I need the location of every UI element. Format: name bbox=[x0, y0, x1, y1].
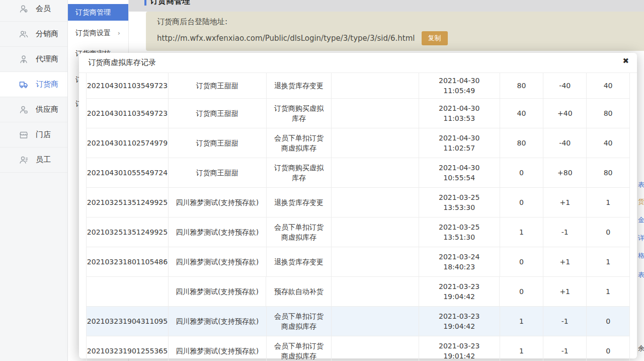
agent-icon bbox=[18, 54, 29, 65]
table-row: 202104301103549723订货商王甜甜退换货库存变更2021-04-3… bbox=[87, 73, 630, 99]
table-cell: 2021-04-30 10:55:54 bbox=[419, 158, 500, 187]
table-cell: 会员下单扣订货商虚拟库存 bbox=[267, 128, 332, 158]
distributor-icon bbox=[18, 29, 29, 40]
orderer-icon bbox=[18, 79, 29, 90]
modal-table: 202104301103549723订货商王甜甜退换货库存变更2021-04-3… bbox=[86, 73, 630, 361]
sidebar-item-label: 分销商 bbox=[36, 29, 58, 39]
table-cell: 1 bbox=[500, 218, 544, 247]
sidebar-item-label: 员工 bbox=[36, 155, 51, 165]
background-link-fragment[interactable]: 余 bbox=[638, 344, 644, 353]
page-title: 订货商管理 bbox=[144, 0, 190, 7]
table-cell: 80 bbox=[500, 73, 544, 98]
table-cell bbox=[332, 99, 419, 128]
table-cell: 2021-03-24 18:40:23 bbox=[419, 247, 500, 276]
table-cell: 0 bbox=[500, 247, 544, 276]
sidebar-item-orderer[interactable]: 订货商 bbox=[0, 72, 67, 97]
table-cell: 40 bbox=[500, 99, 544, 128]
table-cell: 会员下单扣订货商虚拟库存 bbox=[267, 307, 332, 336]
table-cell: 订货商王甜甜 bbox=[169, 128, 267, 158]
table-cell: -1 bbox=[543, 218, 587, 247]
sidebar-item-distributor[interactable]: 分销商 bbox=[0, 22, 67, 47]
close-icon[interactable]: ✖ bbox=[622, 57, 629, 65]
table-row: 202104301102574979订货商王甜甜会员下单扣订货商虚拟库存2021… bbox=[87, 128, 630, 158]
table-cell: 2021-04-30 11:03:53 bbox=[419, 99, 500, 128]
chevron-right-icon: › bbox=[118, 29, 120, 37]
table-cell: 202104301055549724 bbox=[87, 158, 169, 187]
table-cell: 202103231904311095 bbox=[87, 307, 169, 336]
table-row: 202104301103549723订货商王甜甜订货商购买虚拟库存2021-04… bbox=[87, 99, 630, 128]
background-link-fragment[interactable]: 格 bbox=[638, 251, 644, 260]
table-cell: 退换货库存变更 bbox=[267, 247, 332, 276]
submenu-item-label: 订货商管理 bbox=[75, 8, 111, 17]
table-cell: 四川雅梦测试(支持预存款) bbox=[169, 307, 267, 336]
table-cell: 40 bbox=[587, 128, 630, 158]
login-address-label: 订货商后台登陆地址: bbox=[157, 17, 644, 27]
staff-icon bbox=[18, 155, 29, 166]
login-address-box: 订货商后台登陆地址: http://m.wfx.wxfenxiao.com/Pu… bbox=[146, 12, 644, 51]
sidebar-item-staff[interactable]: 员工 bbox=[0, 148, 67, 173]
background-link-fragment[interactable]: 货商 bbox=[638, 197, 644, 206]
sidebar-item-label: 门店 bbox=[36, 130, 51, 139]
background-link-fragment[interactable]: 表 bbox=[638, 180, 644, 189]
table-cell: 1 bbox=[500, 336, 544, 361]
background-link-fragment[interactable]: 表 bbox=[638, 270, 644, 279]
table-cell: 2021-04-30 11:02:57 bbox=[419, 128, 500, 158]
copy-button[interactable]: 复制 bbox=[422, 31, 448, 45]
table-cell: 80 bbox=[587, 99, 630, 128]
table-row: 202103231901255365四川雅梦测试(支持预存款)会员下单扣订货商虚… bbox=[87, 336, 630, 361]
submenu-item-settings[interactable]: 订货商设置 › bbox=[68, 25, 128, 41]
table-cell: -40 bbox=[543, 128, 587, 158]
table-cell: -1 bbox=[543, 336, 587, 361]
sidebar-item-label: 供应商 bbox=[36, 105, 58, 114]
table-row: 202103231801105486四川雅梦测试(支持预存款)退换货库存变更20… bbox=[87, 247, 630, 277]
table-cell: +80 bbox=[543, 158, 587, 187]
table-cell bbox=[332, 277, 419, 306]
submenu-item-label: 订货商设置 bbox=[75, 29, 111, 38]
table-cell bbox=[332, 158, 419, 187]
sidebar-item-agent[interactable]: 代理商 bbox=[0, 47, 67, 72]
table-cell: 0 bbox=[500, 188, 544, 217]
sidebar-item-supplier[interactable]: 供应商 bbox=[0, 97, 67, 122]
member-icon bbox=[18, 4, 29, 15]
table-cell: 1 bbox=[500, 307, 544, 336]
table-cell: +40 bbox=[543, 99, 587, 128]
table-cell: 四川雅梦测试(支持预存款) bbox=[169, 336, 267, 361]
sidebar-item-member[interactable]: 会员 bbox=[0, 0, 67, 22]
table-cell: 40 bbox=[587, 73, 630, 98]
table-cell: 订货商王甜甜 bbox=[169, 158, 267, 187]
table-cell: 2021-03-25 13:51:30 bbox=[419, 218, 500, 247]
table-row: 202103251351249925四川雅梦测试(支持预存款)会员下单扣订货商虚… bbox=[87, 218, 630, 247]
table-cell: 2021-03-23 19:04:42 bbox=[419, 307, 500, 336]
table-cell: 202103231801105486 bbox=[87, 247, 169, 276]
sidebar-item-store[interactable]: 门店 bbox=[0, 122, 67, 148]
table-cell bbox=[332, 188, 419, 217]
table-cell: -1 bbox=[543, 307, 587, 336]
modal-title: 订货商虚拟库存记录 bbox=[88, 58, 156, 67]
table-cell: 1 bbox=[587, 247, 630, 276]
page-title-bar: 订货商管理 bbox=[129, 0, 644, 12]
table-cell: 0 bbox=[500, 158, 544, 187]
table-cell: 0 bbox=[587, 218, 630, 247]
background-link-fragment[interactable]: 详 bbox=[638, 234, 644, 243]
table-cell: 80 bbox=[500, 128, 544, 158]
table-cell: 订货商王甜甜 bbox=[169, 73, 267, 98]
table-row: 202104301055549724订货商王甜甜订货商购买虚拟库存2021-04… bbox=[87, 158, 630, 188]
table-cell bbox=[332, 307, 419, 336]
supplier-icon bbox=[18, 104, 29, 115]
table-cell bbox=[332, 336, 419, 361]
table-cell: +1 bbox=[543, 188, 587, 217]
table-cell: 四川雅梦测试(支持预存款) bbox=[169, 247, 267, 276]
table-cell: -40 bbox=[543, 73, 587, 98]
table-cell: 四川雅梦测试(支持预存款) bbox=[169, 188, 267, 217]
table-cell: 退换货库存变更 bbox=[267, 188, 332, 217]
table-cell: 订货商购买虚拟库存 bbox=[267, 99, 332, 128]
sidebar-item-label: 会员 bbox=[36, 4, 51, 14]
table-cell: 会员下单扣订货商虚拟库存 bbox=[267, 218, 332, 247]
table-cell: 2021-04-30 11:05:49 bbox=[419, 73, 500, 98]
table-row: 202103231904311095四川雅梦测试(支持预存款)会员下单扣订货商虚… bbox=[87, 307, 630, 336]
table-cell: 202104301102574979 bbox=[87, 128, 169, 158]
login-url-text: http://m.wfx.wxfenxiao.com/Public/dlsLog… bbox=[157, 34, 415, 43]
background-link-fragment[interactable]: 金 bbox=[638, 215, 644, 225]
submenu-item-manage[interactable]: 订货商管理 bbox=[68, 4, 128, 21]
table-cell: 80 bbox=[587, 158, 630, 187]
